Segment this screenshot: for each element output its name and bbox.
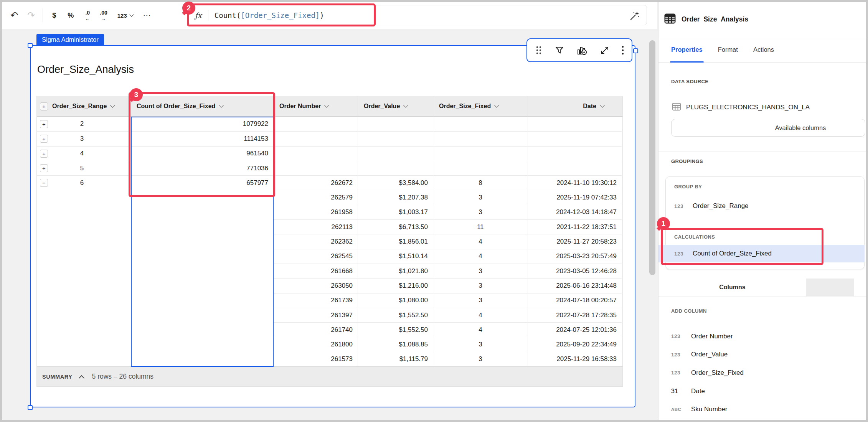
drag-handle-icon[interactable] — [535, 45, 543, 55]
group-cell[interactable]: − 6 — [37, 175, 131, 190]
date-cell[interactable]: 2024-12-03 14:18:47 — [528, 205, 622, 219]
percent-format-icon[interactable]: % — [68, 12, 74, 20]
order-size-cell[interactable]: 3 — [433, 278, 528, 293]
order-value-cell[interactable]: $1,088.85 — [358, 337, 433, 351]
count-cell[interactable] — [131, 308, 274, 322]
date-cell[interactable]: 2025-03-23 20:57:49 — [528, 249, 622, 264]
table-row[interactable]: 263050 $1,216.00 3 2025-06-16 23:14:48 — [37, 278, 622, 293]
chevron-up-icon[interactable] — [78, 375, 84, 381]
date-cell[interactable] — [528, 146, 622, 161]
count-cell[interactable]: 1079922 — [131, 117, 274, 131]
order-size-cell[interactable]: 3 — [433, 190, 528, 204]
table-row[interactable]: − 6 657977 262672 $3,584.00 8 2024-11-10… — [37, 175, 622, 190]
date-cell[interactable]: 2025-09-20 22:34:49 — [528, 337, 622, 351]
tab-format[interactable]: Format — [718, 37, 738, 62]
canvas-scrollbar[interactable] — [649, 40, 655, 275]
add-column-item[interactable]: 123 Order_Value — [658, 346, 866, 364]
order-size-cell[interactable] — [433, 161, 528, 175]
expand-toggle-button[interactable]: − — [40, 179, 48, 187]
order-number-cell[interactable]: 261668 — [274, 264, 358, 278]
order-value-cell[interactable]: $1,080.00 — [358, 293, 433, 308]
table-row[interactable]: 261397 $1,552.50 4 2022-07-28 17:28:35 — [37, 308, 622, 322]
order-number-cell[interactable]: 261739 — [274, 293, 358, 308]
resize-handle-top-left[interactable] — [28, 43, 33, 48]
order-number-cell[interactable]: 261740 — [274, 322, 358, 337]
kebab-menu-icon[interactable] — [622, 45, 624, 55]
count-cell[interactable]: 961540 — [131, 146, 274, 161]
order-size-cell[interactable]: 3 — [433, 293, 528, 308]
order-number-cell[interactable]: 261397 — [274, 308, 358, 322]
count-cell[interactable] — [131, 249, 274, 264]
currency-format-icon[interactable]: $ — [52, 12, 56, 20]
order-size-cell[interactable]: 3 — [433, 205, 528, 219]
resize-handle-right[interactable] — [633, 48, 638, 53]
order-value-cell[interactable]: $1,216.00 — [358, 278, 433, 293]
group-cell[interactable] — [37, 219, 131, 234]
chevron-down-icon[interactable] — [325, 103, 330, 108]
expand-toggle-button[interactable]: + — [40, 150, 48, 158]
order-number-cell[interactable]: 261800 — [274, 337, 358, 351]
group-cell[interactable]: + 3 — [37, 131, 131, 146]
order-size-cell[interactable]: 8 — [433, 175, 528, 190]
order-value-cell[interactable] — [358, 131, 433, 146]
count-cell[interactable]: 1114153 — [131, 131, 274, 146]
order-value-cell[interactable]: $1,115.79 — [358, 352, 433, 366]
table-row[interactable]: 261573 $1,115.79 3 2025-11-29 16:58:33 — [37, 352, 622, 366]
column-header-count[interactable]: Count of Order_Size_Fixed — [131, 96, 274, 116]
table-row[interactable]: 262545 $1,510.14 4 2025-03-23 20:57:49 — [37, 249, 622, 264]
columns-tab-inactive-area[interactable] — [806, 279, 854, 296]
order-value-cell[interactable] — [358, 161, 433, 175]
order-size-cell[interactable]: 3 — [433, 264, 528, 278]
chevron-down-icon[interactable] — [494, 103, 499, 108]
chevron-down-icon[interactable] — [219, 103, 224, 108]
filter-icon[interactable] — [554, 45, 564, 55]
count-cell[interactable] — [131, 264, 274, 278]
count-cell[interactable] — [131, 190, 274, 204]
order-number-cell[interactable] — [274, 146, 358, 161]
date-cell[interactable]: 2025-11-19 07:42:33 — [528, 190, 622, 204]
data-source-item[interactable]: PLUGS_ELECTRONICS_HANDS_ON_LA — [672, 99, 864, 116]
increase-decimals-icon[interactable]: .00 → — [100, 10, 107, 21]
count-cell[interactable] — [131, 337, 274, 351]
order-number-cell[interactable] — [274, 117, 358, 131]
ai-formula-icon[interactable] — [629, 10, 640, 23]
count-cell[interactable] — [131, 322, 274, 337]
expand-all-button[interactable]: + — [40, 102, 48, 110]
group-cell[interactable] — [37, 190, 131, 204]
group-cell[interactable] — [37, 205, 131, 219]
count-cell[interactable] — [131, 293, 274, 308]
order-number-cell[interactable] — [274, 131, 358, 146]
group-cell[interactable] — [37, 308, 131, 322]
order-value-cell[interactable]: $1,552.50 — [358, 308, 433, 322]
date-cell[interactable] — [528, 117, 622, 131]
order-number-cell[interactable]: 262362 — [274, 234, 358, 249]
available-columns-button[interactable]: Available columns — [671, 119, 865, 137]
order-value-cell[interactable] — [358, 146, 433, 161]
order-size-cell[interactable]: 3 — [433, 352, 528, 366]
table-row[interactable]: 262579 $1,207.38 3 2025-11-19 07:42:33 — [37, 190, 622, 204]
date-cell[interactable]: 2025-11-29 16:58:33 — [528, 352, 622, 366]
order-value-cell[interactable] — [358, 117, 433, 131]
table-row[interactable]: + 4 961540 — [37, 146, 622, 161]
summary-bar[interactable]: SUMMARY 5 rows – 26 columns — [37, 366, 622, 386]
column-header-order-value[interactable]: Order_Value — [358, 96, 433, 116]
expand-toggle-button[interactable]: + — [40, 164, 48, 172]
order-number-cell[interactable] — [274, 161, 358, 175]
group-by-item[interactable]: 123 Order_Size_Range — [674, 197, 749, 215]
group-cell[interactable] — [37, 337, 131, 351]
order-value-cell[interactable]: $1,207.38 — [358, 190, 433, 204]
group-cell[interactable] — [37, 249, 131, 264]
order-number-cell[interactable]: 263050 — [274, 278, 358, 293]
table-row[interactable]: 262113 $6,713.50 11 2021-11-22 18:37:51 — [37, 219, 622, 234]
count-cell[interactable] — [131, 219, 274, 234]
table-row[interactable]: + 5 771036 — [37, 161, 622, 175]
order-size-cell[interactable]: 4 — [433, 234, 528, 249]
order-value-cell[interactable]: $3,584.00 — [358, 175, 433, 190]
undo-icon[interactable]: ↶ — [10, 10, 18, 21]
count-cell[interactable]: 657977 — [131, 175, 274, 190]
chevron-down-icon[interactable] — [600, 103, 605, 108]
order-number-cell[interactable]: 262672 — [274, 175, 358, 190]
table-row[interactable]: + 2 1079922 — [37, 117, 622, 131]
formula-text[interactable]: Count([Order_Size_Fixed]) — [215, 11, 324, 20]
column-header-order-size-fixed[interactable]: Order_Size_Fixed — [433, 96, 528, 116]
